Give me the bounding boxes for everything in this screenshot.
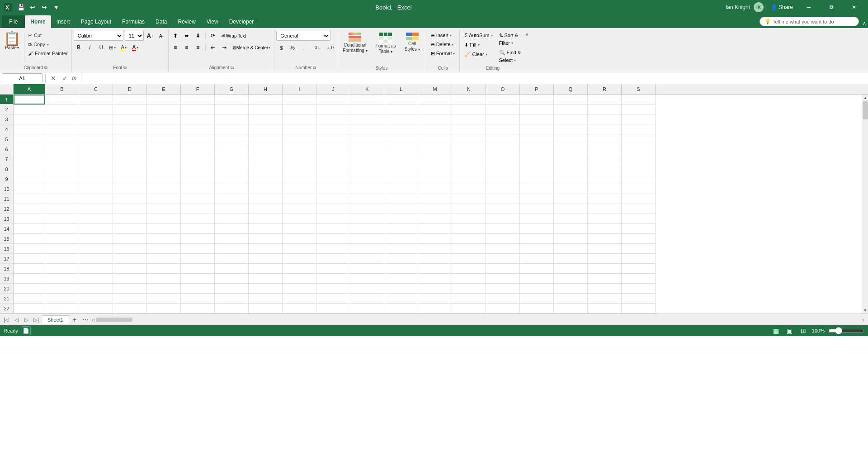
- cell-L15[interactable]: [384, 234, 418, 244]
- cell-C4[interactable]: [79, 124, 113, 134]
- cell-B19[interactable]: [45, 274, 79, 284]
- cell-K12[interactable]: [350, 204, 384, 214]
- cell-D20[interactable]: [113, 284, 147, 294]
- clear-button[interactable]: 🧹 Clear ▾: [462, 50, 495, 59]
- cell-B20[interactable]: [45, 284, 79, 294]
- col-header-P[interactable]: P: [520, 84, 554, 94]
- scroll-left-button[interactable]: ◁: [90, 317, 96, 323]
- tab-data[interactable]: Data: [150, 15, 172, 28]
- cell-J13[interactable]: [316, 214, 350, 224]
- cell-H4[interactable]: [249, 124, 283, 134]
- cell-S3[interactable]: [622, 114, 656, 124]
- cell-I17[interactable]: [283, 254, 316, 264]
- cell-H11[interactable]: [249, 194, 283, 204]
- cell-I14[interactable]: [283, 224, 316, 234]
- copy-button[interactable]: ⧉ Copy ▾: [26, 40, 70, 49]
- cell-P22[interactable]: [520, 304, 554, 314]
- row-num-15[interactable]: 15: [0, 234, 13, 244]
- cell-L22[interactable]: [384, 304, 418, 314]
- cell-N22[interactable]: [452, 304, 486, 314]
- row-num-9[interactable]: 9: [0, 174, 13, 184]
- cell-A20[interactable]: [14, 284, 45, 294]
- cell-I10[interactable]: [283, 184, 316, 194]
- scroll-up-button[interactable]: ▲: [862, 95, 868, 101]
- cell-L9[interactable]: [384, 174, 418, 184]
- cell-M18[interactable]: [418, 264, 452, 274]
- cell-R12[interactable]: [588, 204, 622, 214]
- cell-F7[interactable]: [181, 154, 215, 164]
- cell-A4[interactable]: [14, 124, 45, 134]
- normal-view-button[interactable]: ▦: [771, 326, 781, 336]
- row-num-1[interactable]: 1: [0, 95, 13, 105]
- cell-K8[interactable]: [350, 164, 384, 174]
- cell-L10[interactable]: [384, 184, 418, 194]
- italic-button[interactable]: I: [85, 43, 95, 52]
- row-num-3[interactable]: 3: [0, 114, 13, 124]
- cell-A11[interactable]: [14, 194, 45, 204]
- cell-H1[interactable]: [249, 95, 283, 105]
- underline-button[interactable]: U: [96, 43, 106, 52]
- horiz-scrollbar[interactable]: ◁ ▷: [90, 317, 866, 323]
- cell-J9[interactable]: [316, 174, 350, 184]
- cell-N18[interactable]: [452, 264, 486, 274]
- align-top-button[interactable]: ⬆: [170, 31, 180, 41]
- cell-E21[interactable]: [147, 294, 181, 304]
- cell-H14[interactable]: [249, 224, 283, 234]
- cell-D12[interactable]: [113, 204, 147, 214]
- cell-P1[interactable]: [520, 95, 554, 105]
- cell-R8[interactable]: [588, 164, 622, 174]
- cell-H5[interactable]: [249, 134, 283, 144]
- cell-D5[interactable]: [113, 134, 147, 144]
- cell-K19[interactable]: [350, 274, 384, 284]
- cell-Q13[interactable]: [554, 214, 588, 224]
- cell-E19[interactable]: [147, 274, 181, 284]
- cell-E10[interactable]: [147, 184, 181, 194]
- cell-B18[interactable]: [45, 264, 79, 274]
- cell-D13[interactable]: [113, 214, 147, 224]
- cell-D17[interactable]: [113, 254, 147, 264]
- cell-E11[interactable]: [147, 194, 181, 204]
- fill-button[interactable]: ⬇ Fill ▾: [462, 40, 495, 49]
- cell-P4[interactable]: [520, 124, 554, 134]
- cell-F8[interactable]: [181, 164, 215, 174]
- format-cells-button[interactable]: ⊞ Format ▾: [428, 49, 458, 58]
- cell-G6[interactable]: [215, 144, 249, 154]
- cell-R5[interactable]: [588, 134, 622, 144]
- cell-R9[interactable]: [588, 174, 622, 184]
- cell-O18[interactable]: [486, 264, 520, 274]
- cell-N10[interactable]: [452, 184, 486, 194]
- cell-M13[interactable]: [418, 214, 452, 224]
- col-header-S[interactable]: S: [622, 84, 656, 94]
- align-left-button[interactable]: ≡: [170, 43, 180, 52]
- cell-M21[interactable]: [418, 294, 452, 304]
- cell-C21[interactable]: [79, 294, 113, 304]
- cell-P15[interactable]: [520, 234, 554, 244]
- cell-O15[interactable]: [486, 234, 520, 244]
- cell-M9[interactable]: [418, 174, 452, 184]
- cut-button[interactable]: ✂ Cut: [26, 31, 70, 40]
- col-header-D[interactable]: D: [113, 84, 147, 94]
- cell-F15[interactable]: [181, 234, 215, 244]
- cell-E9[interactable]: [147, 174, 181, 184]
- cell-N19[interactable]: [452, 274, 486, 284]
- col-header-R[interactable]: R: [588, 84, 622, 94]
- cell-L13[interactable]: [384, 214, 418, 224]
- align-right-button[interactable]: ≡: [193, 43, 203, 52]
- row-num-7[interactable]: 7: [0, 154, 13, 164]
- cell-G13[interactable]: [215, 214, 249, 224]
- cell-N2[interactable]: [452, 105, 486, 114]
- page-break-view-button[interactable]: ⊞: [798, 326, 808, 336]
- cell-F19[interactable]: [181, 274, 215, 284]
- font-size-select[interactable]: 11: [125, 31, 144, 41]
- undo-button[interactable]: ↩: [27, 2, 38, 13]
- cell-F9[interactable]: [181, 174, 215, 184]
- wrap-text-button[interactable]: ⏎ Wrap Text: [219, 31, 248, 40]
- cell-E4[interactable]: [147, 124, 181, 134]
- row-num-17[interactable]: 17: [0, 254, 13, 264]
- number-expand-icon[interactable]: ⧉: [313, 65, 316, 70]
- cell-C11[interactable]: [79, 194, 113, 204]
- cancel-formula-button[interactable]: ✕: [48, 73, 58, 83]
- cell-P12[interactable]: [520, 204, 554, 214]
- cell-R21[interactable]: [588, 294, 622, 304]
- cell-G7[interactable]: [215, 154, 249, 164]
